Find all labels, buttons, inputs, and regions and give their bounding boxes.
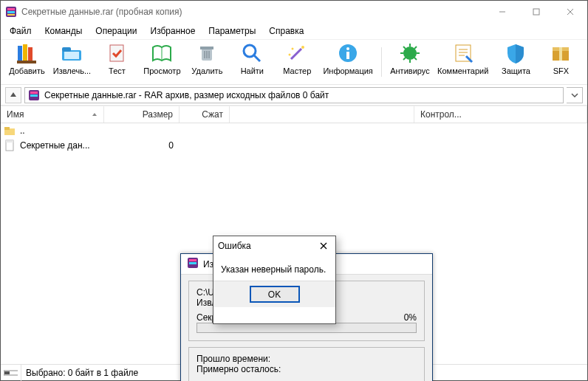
svg-rect-60 — [4, 371, 10, 374]
archive-icon — [28, 89, 40, 101]
svg-rect-48 — [30, 92, 38, 94]
svg-rect-46 — [559, 47, 562, 61]
svg-rect-18 — [200, 47, 213, 49]
svg-point-29 — [346, 47, 349, 50]
toolbar-comment[interactable]: Комментарий — [434, 41, 491, 83]
row-file-1[interactable]: Секретные дан... 0 — [1, 138, 587, 153]
svg-rect-9 — [23, 44, 27, 62]
toolbar-virus[interactable]: Антивирус — [389, 41, 430, 83]
book-open-icon — [150, 41, 174, 65]
svg-rect-13 — [62, 47, 71, 52]
svg-rect-55 — [189, 259, 196, 261]
close-button[interactable] — [553, 1, 587, 23]
toolbar-sfx[interactable]: SFX — [541, 41, 581, 83]
svg-rect-56 — [189, 262, 196, 264]
menu-help[interactable]: Справка — [263, 24, 310, 38]
wand-icon — [285, 41, 309, 65]
column-name[interactable]: Имя — [1, 106, 104, 123]
svg-line-36 — [403, 47, 406, 49]
toolbar: Добавить Извлечь... Тест Просмотр Удалит… — [1, 39, 587, 85]
svg-point-25 — [301, 46, 304, 49]
svg-rect-11 — [17, 61, 36, 64]
trash-icon — [195, 41, 219, 65]
extract-elapsed: Прошло времени: — [196, 354, 417, 364]
column-size[interactable]: Размер — [104, 106, 180, 123]
toolbar-delete[interactable]: Удалить — [187, 41, 228, 83]
error-message: Указан неверный пароль. — [213, 255, 335, 281]
svg-point-26 — [292, 48, 294, 50]
menu-file[interactable]: Файл — [4, 24, 38, 38]
extract-time-box: Прошло времени: Примерно осталось: Обраб… — [188, 347, 425, 381]
svg-line-38 — [414, 47, 417, 49]
file-list[interactable]: .. Секретные дан... 0 Извле C:\U — [1, 123, 587, 364]
app-window: Секретные данные.rar (пробная копия) Фай… — [0, 0, 588, 381]
svg-rect-15 — [110, 45, 123, 61]
svg-line-23 — [254, 55, 260, 61]
svg-rect-49 — [30, 95, 38, 97]
chevron-down-icon — [571, 92, 578, 99]
toolbar-test[interactable]: Тест — [97, 41, 137, 83]
column-packed[interactable]: Сжат — [180, 106, 230, 123]
toolbar-info[interactable]: Информация — [322, 41, 375, 83]
info-icon — [336, 41, 360, 65]
address-bar: Секретные данные.rar - RAR архив, размер… — [1, 85, 587, 106]
svg-rect-30 — [346, 52, 349, 59]
column-control[interactable]: Контрол... — [414, 106, 587, 123]
error-dialog-titlebar[interactable]: Ошибка — [213, 236, 335, 255]
address-dropdown[interactable] — [567, 87, 583, 103]
toolbar-separator — [381, 47, 382, 77]
shield-icon — [504, 41, 527, 65]
address-text: Секретные данные.rar - RAR архив, размер… — [44, 90, 329, 100]
maximize-button[interactable] — [519, 1, 553, 23]
svg-line-24 — [291, 49, 301, 59]
archive-icon — [187, 257, 199, 271]
extract-file-pct: 0% — [390, 312, 417, 323]
svg-rect-2 — [7, 11, 15, 13]
titlebar: Секретные данные.rar (пробная копия) — [1, 1, 587, 23]
error-dialog-title: Ошибка — [218, 241, 316, 251]
error-close-button[interactable] — [316, 238, 331, 253]
menu-commands[interactable]: Команды — [39, 24, 89, 38]
menubar: Файл Команды Операции Избранное Параметр… — [1, 23, 587, 39]
menu-options[interactable]: Параметры — [202, 24, 261, 38]
svg-rect-5 — [533, 9, 539, 15]
svg-line-37 — [414, 58, 417, 60]
box-icon — [549, 41, 572, 65]
svg-rect-53 — [6, 140, 13, 143]
svg-rect-1 — [7, 8, 15, 10]
extract-remaining: Примерно осталось: — [196, 364, 417, 374]
status-progress-icon — [1, 365, 21, 381]
toolbar-protect[interactable]: Защита — [496, 41, 536, 83]
svg-line-39 — [403, 58, 406, 60]
column-spacer — [230, 106, 414, 123]
clipboard-check-icon — [105, 41, 129, 65]
file-name: Секретные дан... — [20, 140, 90, 151]
folder-up-button[interactable] — [5, 87, 21, 103]
file-icon — [4, 140, 16, 151]
svg-rect-3 — [7, 14, 15, 16]
progress-bar-file — [196, 323, 417, 333]
minimize-button[interactable] — [485, 1, 519, 23]
row-updir[interactable]: .. — [1, 123, 587, 138]
note-icon — [451, 41, 475, 65]
sort-asc-icon — [92, 111, 98, 117]
file-size: 0 — [104, 140, 180, 151]
toolbar-find[interactable]: Найти — [232, 41, 273, 83]
app-icon — [5, 6, 17, 18]
close-icon — [320, 242, 327, 250]
extract-archive-path: C:\U — [196, 287, 214, 298]
toolbar-wizard[interactable]: Мастер — [277, 41, 318, 83]
svg-rect-51 — [4, 127, 10, 130]
folder-icon — [4, 125, 16, 137]
updir-label: .. — [20, 126, 25, 136]
toolbar-extract[interactable]: Извлечь... — [52, 41, 92, 83]
menu-operations[interactable]: Операции — [89, 24, 143, 38]
menu-favorites[interactable]: Избранное — [145, 24, 202, 38]
toolbar-add[interactable]: Добавить — [7, 41, 47, 83]
toolbar-view[interactable]: Просмотр — [142, 41, 182, 83]
error-ok-button[interactable]: OK — [250, 286, 300, 303]
virus-icon — [398, 41, 422, 65]
svg-point-27 — [289, 54, 291, 56]
column-headers: Имя Размер Сжат Контрол... — [1, 106, 587, 123]
address-path[interactable]: Секретные данные.rar - RAR архив, размер… — [24, 87, 564, 103]
